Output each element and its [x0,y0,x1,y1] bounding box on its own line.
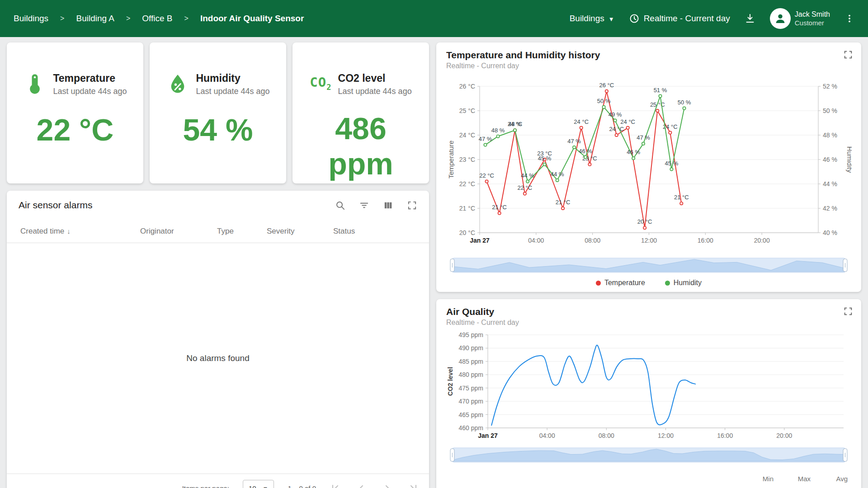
fullscreen-icon[interactable] [407,200,417,211]
svg-text:52 %: 52 % [823,83,837,90]
thermometer-icon [23,72,47,98]
fullscreen-icon[interactable] [843,50,853,61]
svg-text:47 %: 47 % [637,134,650,141]
co2-card: CO2 CO2 level Last update 44s ago 486 pp… [292,42,429,183]
svg-text:44 %: 44 % [551,171,564,178]
breadcrumb-building-a[interactable]: Building A [76,14,114,23]
top-bar: Buildings > Building A > Office B > Indo… [0,0,868,37]
sort-desc-icon: ↓ [67,227,71,235]
alarms-empty-message: No alarms found [7,243,429,474]
air-quality-chart-navigator[interactable] [450,447,848,465]
svg-text:25 °C: 25 °C [459,107,475,114]
svg-text:24 °C: 24 °C [620,118,635,125]
last-page-icon[interactable] [408,483,419,488]
svg-text:460 ppm: 460 ppm [459,424,483,432]
co2-icon: CO2 [310,76,331,91]
svg-text:04:00: 04:00 [528,237,544,244]
svg-text:480 ppm: 480 ppm [459,371,483,378]
temperature-card-subtitle: Last update 44s ago [53,87,127,96]
avatar [770,8,791,29]
svg-text:21 °C: 21 °C [459,205,475,212]
column-severity[interactable]: Severity [267,227,333,236]
svg-text:45 %: 45 % [538,155,552,162]
co2-value: 486 ppm [302,111,420,181]
air-quality-chart-plot: 460 ppm465 ppm470 ppm475 ppm480 ppm485 p… [446,329,851,444]
humidity-card-title: Humidity [196,72,269,84]
column-type[interactable]: Type [217,227,267,236]
co2-card-title: CO2 level [338,72,412,84]
fullscreen-icon[interactable] [843,306,853,318]
svg-text:49 %: 49 % [609,111,622,118]
user-name: Jack Smith [795,10,830,19]
svg-text:CO2 level: CO2 level [447,367,454,396]
entity-select-dropdown[interactable]: Buildings ▼ [570,14,614,23]
svg-text:21 °C: 21 °C [492,204,507,211]
download-icon[interactable] [745,13,755,24]
svg-text:04:00: 04:00 [539,432,555,439]
svg-text:47 %: 47 % [479,136,492,142]
svg-text:16:00: 16:00 [698,237,713,244]
humidity-drop-icon [166,72,189,98]
chevron-down-icon: ▼ [263,485,269,488]
timewindow-button[interactable]: Realtime - Current day [629,13,730,24]
svg-text:490 ppm: 490 ppm [459,344,483,352]
breadcrumb-separator: > [60,14,64,23]
temp-humidity-chart-legend: Temperature Humidity [446,279,851,287]
breadcrumb-buildings[interactable]: Buildings [14,14,48,23]
kebab-menu-icon[interactable] [844,14,854,23]
svg-text:495 ppm: 495 ppm [459,331,483,338]
svg-text:Jan 27: Jan 27 [478,432,498,439]
search-icon[interactable] [335,200,345,211]
user-menu[interactable]: Jack Smith Customer [770,8,830,29]
user-role: Customer [795,19,830,28]
svg-text:48 %: 48 % [508,121,522,127]
humidity-legend-dot [665,281,670,286]
column-status[interactable]: Status [333,227,415,236]
svg-text:470 ppm: 470 ppm [459,398,483,405]
breadcrumb-separator: > [184,14,189,23]
humidity-card-subtitle: Last update 44s ago [196,87,269,96]
svg-text:20:00: 20:00 [776,432,792,439]
columns-icon[interactable] [383,200,393,211]
svg-text:12:00: 12:00 [658,432,674,439]
svg-text:Humidity: Humidity [846,146,852,173]
svg-text:44 %: 44 % [823,180,837,188]
svg-text:45 %: 45 % [665,160,679,167]
alarms-table-title: Air sensor alarms [19,200,92,211]
items-per-page-label: Items per page: [182,484,229,488]
svg-text:16:00: 16:00 [717,432,733,439]
svg-text:08:00: 08:00 [585,237,600,244]
svg-text:21 °C: 21 °C [674,194,689,201]
legend-item-humidity[interactable]: Humidity [665,279,702,287]
previous-page-icon[interactable] [356,483,367,488]
breadcrumb: Buildings > Building A > Office B > Indo… [14,14,304,23]
stats-header-avg: Avg [811,475,848,483]
svg-text:485 ppm: 485 ppm [459,358,483,365]
column-created-time[interactable]: Created time ↓ [20,227,140,236]
temperature-value: 22 °C [16,112,134,147]
stats-header-min: Min [736,475,774,483]
svg-text:24 °C: 24 °C [574,118,589,125]
svg-text:475 ppm: 475 ppm [459,385,483,392]
svg-text:465 ppm: 465 ppm [459,411,483,418]
entity-select-label: Buildings [570,14,604,23]
stats-header-max: Max [774,475,811,483]
next-page-icon[interactable] [382,483,393,488]
svg-text:46 %: 46 % [579,148,592,155]
legend-item-temperature[interactable]: Temperature [596,279,645,287]
svg-text:22 °C: 22 °C [479,172,494,179]
first-page-icon[interactable] [330,483,340,488]
temperature-legend-dot [596,281,601,286]
humidity-value: 54 % [159,112,277,147]
column-originator[interactable]: Originator [140,227,217,236]
alarms-column-headers: Created time ↓ Originator Type Severity … [7,220,429,243]
air-quality-chart-title: Air Quality [446,306,851,317]
svg-text:23 °C: 23 °C [459,156,475,163]
svg-text:44 %: 44 % [521,172,534,179]
temp-humidity-chart-title: Temperature and Humidity history [446,50,851,61]
filter-icon[interactable] [359,200,369,211]
items-per-page-select[interactable]: 10 ▼ [243,480,274,488]
breadcrumb-office-b[interactable]: Office B [142,14,172,23]
svg-text:50 %: 50 % [678,99,691,106]
temp-humidity-chart-navigator[interactable] [450,257,848,275]
